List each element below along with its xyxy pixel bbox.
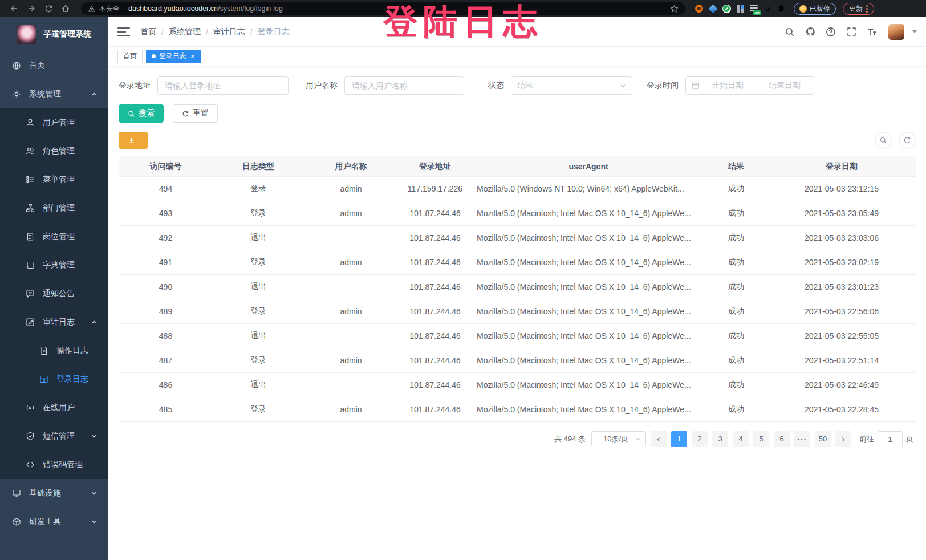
sidebar-item-notice[interactable]: 通知公告 [0,279,108,308]
login-time-range-picker[interactable]: 开始日期 - 结束日期 [685,76,814,95]
sidebar-item-online-users[interactable]: 在线用户 [0,393,108,422]
caret-down-icon[interactable] [912,30,917,33]
reset-button[interactable]: 重置 [173,104,218,123]
page-button-2[interactable]: 2 [692,431,708,447]
main-area: 首页 / 系统管理 / 审计日志 / 登录日志 [108,17,926,560]
browser-menu-icon[interactable] [866,5,868,13]
avatar[interactable] [888,24,904,40]
sidebar-item-dict-management[interactable]: 字典管理 [0,251,108,279]
font-size-icon[interactable] [864,25,879,39]
breadcrumb-audit-log[interactable]: 审计日志 [213,27,245,37]
login-log-table: 访问编号 日志类型 用户名称 登录地址 userAgent 结果 登录日期 49… [119,156,916,422]
page-button-last[interactable]: 50 [815,431,831,447]
sidebar-menu: 首页 系统管理 用户管理 角色管理 菜单管理 部门管理 [0,51,108,536]
paused-badge[interactable]: 已暂停 [794,3,836,15]
fullscreen-icon[interactable] [844,25,859,39]
toggle-search-button[interactable] [875,132,892,149]
github-icon[interactable] [803,25,818,39]
pagination: 共 494 条 10条/页 1 2 3 4 5 6 50 前往 页 [119,431,913,447]
sidebar-item-post-management[interactable]: 岗位管理 [0,222,108,251]
status-label: 状态 [488,80,504,91]
page-button-4[interactable]: 4 [733,431,749,447]
table-row: 487登录 admin101.87.244.46 Mozilla/5.0 (Ma… [119,348,916,373]
help-icon[interactable] [823,25,838,39]
breadcrumb-system[interactable]: 系统管理 [169,27,201,37]
browser-forward-button[interactable] [24,2,39,15]
page-button-3[interactable]: 3 [712,431,728,447]
export-button[interactable] [119,132,148,149]
navbar-actions [782,24,917,40]
sidebar-item-audit-log[interactable]: 审计日志 [0,308,108,336]
breadcrumb-home[interactable]: 首页 [140,27,156,37]
table-row: 486退出 101.87.244.46 Mozilla/5.0 (Macinto… [119,373,916,397]
chevron-up-icon [91,91,97,97]
extension-plant-icon[interactable] [762,3,773,14]
sidebar-item-sms-management[interactable]: 短信管理 [0,422,108,451]
pagination-total: 共 494 条 [554,434,586,444]
col-access-id: 访问编号 [119,156,213,177]
col-username: 用户名称 [304,156,398,177]
sidebar-item-login-log[interactable]: 登录日志 [0,365,108,393]
sidebar-item-system-management[interactable]: 系统管理 [0,80,108,108]
username-label: 用户名称 [306,80,338,91]
sidebar-item-department-management[interactable]: 部门管理 [0,194,108,222]
table-row: 493登录 admin101.87.244.46 Mozilla/5.0 (Ma… [119,201,916,226]
close-icon[interactable] [190,52,195,60]
forward-icon [27,4,36,13]
prev-page-button[interactable] [651,431,667,447]
sidebar-item-dev-tools[interactable]: 研发工具 [0,508,108,536]
tags-view: 首页 登录日志 [108,47,926,66]
sidebar-item-user-management[interactable]: 用户管理 [0,108,108,137]
col-login-date: 登录日期 [767,156,916,177]
login-address-input[interactable] [157,76,289,95]
search-button[interactable]: 搜索 [119,104,164,123]
table-header-row: 访问编号 日志类型 用户名称 登录地址 userAgent 结果 登录日期 [119,156,916,177]
col-user-agent: userAgent [472,156,705,177]
back-icon [10,4,19,13]
page-size-select[interactable]: 10条/页 [591,431,646,447]
username-input[interactable] [344,76,464,95]
sidebar-item-error-code-management[interactable]: 错误码管理 [0,451,108,479]
extension-diamond-icon[interactable] [707,3,718,14]
extensions-puzzle-icon[interactable] [775,3,787,14]
sidebar-item-operation-log[interactable]: 操作日志 [0,336,108,365]
page-button-5[interactable]: 5 [753,431,769,447]
tag-login-log[interactable]: 登录日志 [146,50,201,63]
chevron-down-icon [91,490,97,496]
table-row: 485登录 admin101.87.244.46 Mozilla/5.0 (Ma… [119,397,916,422]
header-search-icon[interactable] [782,25,797,39]
address-bar[interactable]: 不安全 dashboard.yudao.iocoder.cn/system/lo… [81,2,685,15]
sidebar-item-home[interactable]: 首页 [0,51,108,80]
refresh-icon [903,136,911,144]
chevron-down-icon [91,519,97,525]
message-icon [26,289,35,298]
browser-chrome: 不安全 dashboard.yudao.iocoder.cn/system/lo… [0,0,926,17]
page-button-1[interactable]: 1 [671,431,687,447]
bookmark-star-icon[interactable] [670,5,679,13]
extension-list-icon[interactable]: on [748,3,760,14]
date-end-input[interactable]: 结束日期 [761,80,808,91]
page-content: 登录地址 用户名称 状态 结果 登录时间 开始日期 - 结束日期 [108,66,926,457]
page-button-6[interactable]: 6 [774,431,790,447]
update-button[interactable]: 更新 [843,3,874,15]
sidebar-item-menu-management[interactable]: 菜单管理 [0,165,108,194]
refresh-table-button[interactable] [899,132,916,149]
date-start-input[interactable]: 开始日期 [704,80,751,91]
extension-grid-icon[interactable] [734,3,746,14]
extension-check-icon[interactable] [721,3,732,14]
edit-log-icon [26,318,35,327]
logo[interactable]: 芋道管理系统 [0,17,108,51]
sidebar-item-role-management[interactable]: 角色管理 [0,137,108,165]
tag-home[interactable]: 首页 [117,50,143,63]
status-select[interactable]: 结果 [511,76,632,95]
more-pages-button[interactable] [794,431,810,447]
extension-orange-icon[interactable] [693,3,705,14]
next-page-button[interactable] [835,431,851,447]
sidebar-item-infrastructure[interactable]: 基础设施 [0,479,108,508]
org-tree-icon [26,204,35,213]
browser-back-button[interactable] [7,2,22,15]
hamburger-icon[interactable] [117,27,130,36]
goto-page-input[interactable] [878,431,903,447]
browser-home-button[interactable] [58,2,73,15]
browser-reload-button[interactable] [41,2,56,15]
